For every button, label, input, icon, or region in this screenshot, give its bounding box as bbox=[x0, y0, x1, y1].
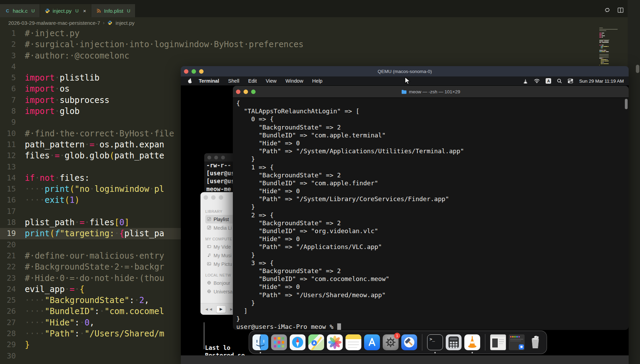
terminal-content[interactable]: { "TALAppsToRelaunchAtLogin" => [ 0 => {… bbox=[233, 98, 629, 330]
editor-tab-bar: Chack.cUinject.pyU×Info.plistU bbox=[0, 4, 640, 17]
globe-icon bbox=[207, 280, 211, 286]
code-line-2[interactable]: 2#·surgical·injection·into·loginwindow·B… bbox=[0, 39, 640, 50]
dock-calculator-icon[interactable] bbox=[446, 334, 462, 350]
tab-hack-c[interactable]: Chack.cU bbox=[0, 4, 40, 17]
line-number: 16 bbox=[0, 195, 25, 206]
tab-Info-plist[interactable]: Info.plistU bbox=[91, 4, 135, 17]
breadcrumb-file[interactable]: inject.py bbox=[115, 20, 134, 26]
terminal-line: "Path" => "/System/Library/CoreServices/… bbox=[236, 195, 629, 203]
play-button[interactable]: ▶ bbox=[216, 305, 226, 313]
running-indicator bbox=[472, 352, 473, 353]
dock-xcode-icon[interactable] bbox=[401, 334, 417, 350]
folder-icon bbox=[401, 90, 407, 94]
line-number: 20 bbox=[0, 239, 25, 250]
previous-button[interactable]: ◄◄ bbox=[205, 307, 213, 312]
spotlight-icon[interactable] bbox=[557, 79, 562, 83]
running-indicator bbox=[260, 352, 261, 353]
line-number: 22 bbox=[0, 261, 25, 272]
line-number: 23 bbox=[0, 273, 25, 284]
dock-app-store-icon[interactable] bbox=[364, 334, 380, 350]
terminal-line: "BackgroundState" => 2 bbox=[236, 123, 629, 131]
code-line-1[interactable]: 1#·inject.py bbox=[0, 28, 640, 39]
input-source-icon[interactable]: A bbox=[546, 78, 551, 84]
close-tab-icon[interactable]: × bbox=[83, 8, 86, 14]
tab-label: hack.c bbox=[13, 8, 28, 14]
menu-terminal[interactable]: Terminal bbox=[199, 78, 219, 84]
terminal-line: 2 => { bbox=[236, 211, 629, 219]
inactive-zoom-button[interactable] bbox=[219, 195, 223, 200]
line-number: 5 bbox=[0, 72, 25, 83]
qemu-titlebar[interactable]: QEMU (macos-sonoma-0) bbox=[181, 66, 629, 76]
inactive-minimize-button[interactable] bbox=[211, 195, 216, 200]
menubar-clock[interactable]: Sun 29 Mar 11:19 AM bbox=[579, 79, 624, 84]
terminal-titlebar[interactable]: meow — -zsh — 101×29 bbox=[233, 86, 629, 98]
dock-window-preview-2-icon[interactable] bbox=[509, 334, 525, 350]
control-center-icon[interactable] bbox=[568, 79, 573, 83]
modified-badge: U bbox=[75, 8, 79, 13]
playlist-icon bbox=[207, 217, 211, 222]
line-number: 3 bbox=[0, 50, 25, 61]
terminal-line: "Hide" => 0 bbox=[236, 235, 629, 243]
dock-safari-icon[interactable] bbox=[290, 334, 306, 350]
terminal-line: "BackgroundState" => 2 bbox=[236, 267, 629, 275]
dock-photos-icon[interactable] bbox=[327, 334, 343, 350]
code-line-3[interactable]: 3#·author:·@cocomelonc bbox=[0, 50, 640, 61]
mouse-cursor bbox=[404, 77, 412, 86]
qemu-window-bottom bbox=[181, 355, 629, 364]
breadcrumb[interactable]: 2026-03-29-malware-mac-persistence-7 › i… bbox=[8, 19, 134, 27]
inactive-minimize-button[interactable] bbox=[214, 156, 218, 159]
line-number: 14 bbox=[0, 173, 25, 184]
breadcrumb-folder[interactable]: 2026-03-29-malware-mac-persistence-7 bbox=[8, 20, 100, 26]
dock-finder-icon[interactable] bbox=[252, 334, 268, 350]
menu-view[interactable]: View bbox=[266, 78, 277, 84]
terminal-line: "Path" => "/System/Applications/Utilitie… bbox=[236, 147, 629, 155]
minimap[interactable] bbox=[599, 28, 636, 66]
line-number: 6 bbox=[0, 83, 25, 94]
line-number: 29 bbox=[0, 339, 25, 350]
dock-terminal-icon[interactable]: >_ bbox=[427, 334, 443, 350]
open-changes-icon[interactable] bbox=[603, 6, 611, 14]
terminal-line: } bbox=[236, 251, 629, 259]
c-file-icon: C bbox=[5, 8, 10, 13]
notification-badge: 1 bbox=[394, 333, 400, 339]
menu-shell[interactable]: Shell bbox=[228, 78, 239, 84]
dock-trash-icon[interactable] bbox=[527, 334, 543, 350]
terminal-line: "Hide" => 0 bbox=[236, 139, 629, 147]
python-file-icon bbox=[45, 8, 50, 13]
breadcrumb-separator-icon: › bbox=[103, 20, 105, 25]
dock-vlc-icon[interactable] bbox=[464, 334, 480, 350]
menu-edit[interactable]: Edit bbox=[248, 78, 257, 84]
terminal-line: } bbox=[236, 155, 629, 163]
terminal-window[interactable]: meow — -zsh — 101×29 { "TALAppsToRelaunc… bbox=[233, 86, 629, 330]
inactive-zoom-button[interactable] bbox=[221, 156, 225, 159]
vlc-cone-icon[interactable] bbox=[523, 79, 528, 84]
tab-inject-py[interactable]: inject.pyU× bbox=[40, 4, 91, 17]
split-editor-icon[interactable] bbox=[617, 6, 624, 14]
line-number: 11 bbox=[0, 139, 25, 150]
line-number: 7 bbox=[0, 95, 25, 106]
terminal-line: ] bbox=[236, 307, 629, 315]
terminal-line: } bbox=[236, 299, 629, 307]
tab-label: Info.plist bbox=[104, 8, 123, 14]
terminal-line: "Hide" => 0 bbox=[236, 283, 629, 291]
dock-maps-icon[interactable] bbox=[308, 334, 324, 350]
line-number: 18 bbox=[0, 217, 25, 228]
menu-window[interactable]: Window bbox=[286, 78, 303, 84]
terminal-scrollbar-thumb[interactable] bbox=[625, 99, 628, 109]
line-number: 27 bbox=[0, 317, 25, 328]
dock-window-preview-1-icon[interactable] bbox=[490, 334, 506, 350]
terminal-prompt[interactable]: user@users-iMac-Pro meow % bbox=[236, 323, 629, 330]
dock-launchpad-icon[interactable] bbox=[271, 334, 287, 350]
apple-menu-icon[interactable] bbox=[188, 78, 193, 84]
inactive-close-button[interactable] bbox=[204, 195, 208, 200]
dock-notes-icon[interactable] bbox=[345, 334, 361, 350]
line-number: 25 bbox=[0, 295, 25, 306]
terminal-line: "BundleID" => "com.apple.finder" bbox=[236, 179, 629, 187]
line-number: 8 bbox=[0, 106, 25, 117]
wifi-icon[interactable] bbox=[534, 79, 540, 83]
dock-system-settings-icon[interactable]: 1 bbox=[383, 334, 399, 350]
scrollbar-thumb[interactable] bbox=[636, 65, 639, 73]
line-number: 30 bbox=[0, 351, 25, 362]
menu-help[interactable]: Help bbox=[312, 78, 322, 84]
inactive-close-button[interactable] bbox=[207, 156, 211, 159]
